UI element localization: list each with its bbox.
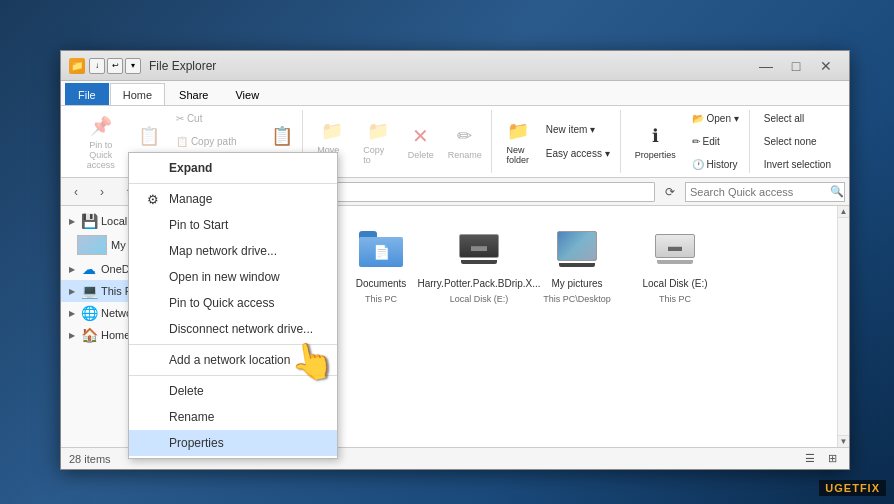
close-button[interactable]: ✕ [811,51,841,81]
context-menu: Expand ⚙ Manage Pin to Start Map network… [128,152,338,459]
pin-quick-ctx-icon [145,295,161,311]
ctx-pin-quick-access[interactable]: Pin to Quick access [129,290,337,316]
maximize-button[interactable]: □ [781,51,811,81]
forward-button[interactable]: › [91,181,113,203]
documents-sublabel: This PC [365,294,397,304]
minimize-button[interactable]: — [751,51,781,81]
delete-ctx-icon [145,383,161,399]
file-item-local-disk-e[interactable]: ▬ Local Disk (E:) This PC [630,218,720,310]
properties-button[interactable]: ℹ Properties [629,112,682,172]
tab-file[interactable]: File [65,83,109,105]
refresh-button[interactable]: ⟳ [659,181,681,203]
my-pictures-sublabel: This PC\Desktop [543,294,611,304]
pictures-preview [77,235,107,255]
select-all-button[interactable]: Select all [758,108,837,130]
map-network-ctx-icon [145,243,161,259]
harry-potter-icon: ▬ [454,224,504,274]
copy-path-button[interactable]: 📋 Copy path [170,131,261,153]
local-disk-e-sublabel: This PC [659,294,691,304]
delete-button[interactable]: ✕ Delete [402,112,438,172]
homegroup-icon: 🏠 [81,327,97,343]
window-title: File Explorer [149,59,751,73]
documents-label: Documents [356,278,407,290]
expand-arrow-onedrive: ▶ [69,265,75,274]
quick-undo-btn[interactable]: ↩ [107,58,123,74]
ribbon-group-select: Select all Select none Invert selection [754,110,841,173]
add-network-ctx-icon [145,352,161,368]
back-button[interactable]: ‹ [65,181,87,203]
search-input[interactable] [690,186,828,198]
ctx-open-new-window[interactable]: Open in new window [129,264,337,290]
ribbon-tabs: File Home Share View [61,81,849,105]
ribbon-group-open: ℹ Properties 📂 Open ▾ ✏ Edit 🕐 History [625,110,750,173]
ctx-separator-3 [129,375,337,376]
quick-save-btn[interactable]: ↓ [89,58,105,74]
rename-icon: ✏ [453,124,477,148]
pin-start-ctx-icon [145,217,161,233]
expand-arrow: ▶ [69,217,75,226]
ctx-separator-2 [129,344,337,345]
edit-button[interactable]: ✏ Edit [686,131,745,153]
quick-dropdown-btn[interactable]: ▾ [125,58,141,74]
ctx-pin-to-start[interactable]: Pin to Start [129,212,337,238]
file-item-my-pictures[interactable]: My pictures This PC\Desktop [532,218,622,310]
vertical-scrollbar[interactable]: ▲ ▼ [837,206,849,447]
my-pictures-icon [552,224,602,274]
expand-arrow-thispc: ▶ [69,287,75,296]
invert-selection-button[interactable]: Invert selection [758,154,837,176]
manage-ctx-icon: ⚙ [145,191,161,207]
window-icon: 📁 [69,58,85,74]
ctx-delete[interactable]: Delete [129,378,337,404]
ctx-manage[interactable]: ⚙ Manage [129,186,337,212]
network-icon: 🌐 [81,305,97,321]
title-bar: 📁 ↓ ↩ ▾ File Explorer — □ ✕ [61,51,849,81]
onedrive-icon: ☁ [81,261,97,277]
list-view-button[interactable]: ☰ [801,450,819,468]
copy-icon: 📋 [137,124,161,148]
select-none-button[interactable]: Select none [758,131,837,153]
pin-icon: 📌 [89,114,113,138]
paste-icon: 📋 [270,124,294,148]
tab-view[interactable]: View [222,83,272,105]
items-count: 28 items [69,453,111,465]
ctx-expand[interactable]: Expand [129,155,337,181]
expand-ctx-icon [145,160,161,176]
search-box: 🔍 [685,182,845,202]
ctx-disconnect-network[interactable]: Disconnect network drive... [129,316,337,342]
expand-arrow-network: ▶ [69,309,75,318]
tab-share[interactable]: Share [166,83,221,105]
ribbon-group-new: 📁 Newfolder New item ▾ Easy access ▾ [496,110,621,173]
easy-access-button[interactable]: Easy access ▾ [540,143,616,165]
watermark: UGETFIX [819,480,886,496]
move-icon: 📁 [320,119,344,143]
scroll-up-arrow[interactable]: ▲ [838,206,849,218]
delete-icon: ✕ [409,124,433,148]
this-pc-icon: 💻 [81,283,97,299]
copy-to-icon: 📁 [366,119,390,143]
cut-button[interactable]: ✂ Cut [170,108,261,130]
rename-button[interactable]: ✏ Rename [443,112,487,172]
my-pictures-label: My pictures [551,278,602,290]
copy-to-button[interactable]: 📁 Copy to [357,112,398,172]
window-controls: — □ ✕ [751,51,841,81]
disconnect-ctx-icon [145,321,161,337]
ctx-separator-1 [129,183,337,184]
tab-home[interactable]: Home [110,83,165,105]
ctx-add-network-location[interactable]: Add a network location [129,347,337,373]
file-item-documents[interactable]: 📄 Documents This PC [336,218,426,310]
scroll-track[interactable] [838,218,849,435]
new-folder-button[interactable]: 📁 Newfolder [500,112,536,172]
ctx-map-network[interactable]: Map network drive... [129,238,337,264]
new-item-button[interactable]: New item ▾ [540,119,616,141]
ctx-properties[interactable]: Properties [129,430,337,456]
local-disk-icon: 💾 [81,213,97,229]
history-button[interactable]: 🕐 History [686,154,745,176]
ctx-rename[interactable]: Rename [129,404,337,430]
scroll-down-arrow[interactable]: ▼ [838,435,849,447]
file-item-harry-potter[interactable]: ▬ Harry.Potter.Pack.BDrip.X... Local Dis… [434,218,524,310]
search-icon: 🔍 [830,185,844,198]
new-folder-icon: 📁 [506,119,530,143]
tile-view-button[interactable]: ⊞ [823,450,841,468]
pin-to-quick-access-button[interactable]: 📌 Pin to Quickaccess [73,112,129,172]
open-button[interactable]: 📂 Open ▾ [686,108,745,130]
